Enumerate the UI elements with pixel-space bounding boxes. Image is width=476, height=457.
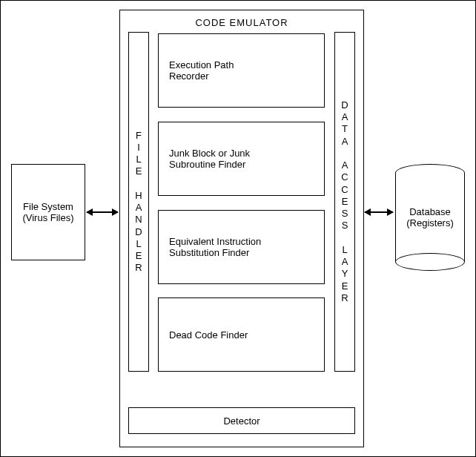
vertical-gap — [343, 232, 346, 244]
arrow-emulator-database — [365, 211, 393, 213]
database-line: (Registers) — [406, 217, 454, 228]
module-line: Execution Path — [169, 59, 234, 70]
module-line: Subroutine Finder — [169, 159, 245, 170]
vertical-char: E — [342, 196, 348, 208]
database-line: Database — [409, 206, 451, 217]
vertical-char: I — [137, 142, 140, 154]
detector-box: Detector — [128, 407, 355, 434]
file-handler-column: FILE HANDLER — [128, 32, 149, 372]
database-cylinder: Database (Registers) — [395, 164, 465, 271]
vertical-gap — [343, 148, 346, 160]
vertical-char: A — [342, 256, 348, 268]
module-line: Substitution Finder — [169, 247, 249, 258]
vertical-char: R — [341, 292, 348, 304]
junk-block-finder-box: Junk Block or Junk Subroutine Finder — [158, 122, 325, 196]
module-line: Dead Code Finder — [169, 329, 248, 341]
vertical-char: D — [341, 99, 348, 111]
vertical-char: T — [342, 123, 348, 135]
vertical-gap — [137, 178, 140, 190]
vertical-char: D — [135, 226, 142, 238]
dead-code-finder-box: Dead Code Finder — [158, 297, 325, 372]
module-line: Equivalent Instruction — [169, 236, 261, 247]
vertical-char: E — [136, 165, 142, 177]
vertical-char: C — [341, 184, 348, 196]
vertical-char: R — [135, 262, 142, 274]
file-system-line: (Virus Files) — [22, 212, 73, 223]
vertical-char: L — [342, 244, 347, 256]
arrow-filesystem-emulator — [87, 211, 118, 213]
vertical-char: E — [342, 280, 348, 292]
vertical-char: L — [136, 238, 141, 250]
vertical-char: L — [136, 154, 141, 165]
module-line: Recorder — [169, 70, 208, 82]
vertical-char: A — [342, 111, 348, 123]
file-system-line: File System — [23, 201, 73, 212]
execution-path-recorder-box: Execution Path Recorder — [158, 33, 325, 108]
vertical-char: A — [342, 136, 348, 148]
vertical-char: S — [342, 220, 348, 231]
vertical-char: F — [136, 130, 142, 142]
module-line: Junk Block or Junk — [169, 148, 250, 159]
vertical-char: S — [342, 208, 348, 220]
equivalent-instruction-box: Equivalent Instruction Substitution Find… — [158, 210, 325, 284]
data-access-layer-column: DATA ACCESS LAYER — [334, 32, 355, 372]
vertical-char: Y — [342, 268, 348, 280]
code-emulator-title: CODE EMULATOR — [182, 17, 301, 28]
vertical-char: A — [136, 202, 142, 214]
vertical-char: C — [341, 171, 348, 183]
detector-label: Detector — [223, 415, 260, 427]
vertical-char: H — [135, 190, 142, 202]
vertical-char: A — [342, 160, 348, 171]
vertical-char: N — [135, 214, 142, 226]
file-system-box: File System (Virus Files) — [11, 164, 85, 260]
diagram-canvas: CODE EMULATOR FILE HANDLER DATA ACCESS L… — [0, 0, 476, 457]
vertical-char: E — [136, 250, 142, 262]
